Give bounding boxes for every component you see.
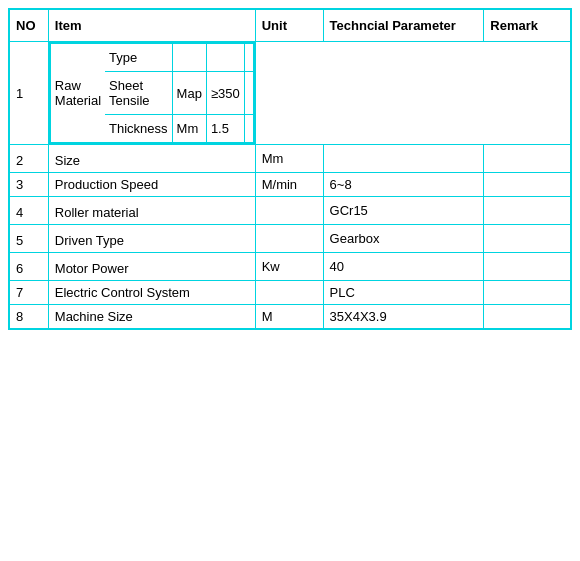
row-item: Machine Size xyxy=(48,305,255,330)
sub-row-tensile-label: Sheet Tensile xyxy=(105,72,172,115)
sub-row-tensile-unit: Map xyxy=(172,72,206,115)
row-param: GCr15 xyxy=(323,197,484,225)
table-row: 7 Electric Control System PLC xyxy=(9,281,571,305)
row-no: 4 xyxy=(9,197,48,225)
row-param: 6~8 xyxy=(323,173,484,197)
row-item: Motor Power xyxy=(48,253,255,281)
header-unit: Unit xyxy=(255,9,323,42)
row-unit xyxy=(255,197,323,225)
raw-material-label: Raw Material xyxy=(50,43,105,143)
row-param: 35X4X3.9 xyxy=(323,305,484,330)
header-remark: Remark xyxy=(484,9,571,42)
row-item: Raw Material Type Sheet Tensile Map ≥350 xyxy=(48,42,255,145)
row-no: 5 xyxy=(9,225,48,253)
row-unit: Kw xyxy=(255,253,323,281)
row-remark xyxy=(484,145,571,173)
row-param: PLC xyxy=(323,281,484,305)
row-item: Roller material xyxy=(48,197,255,225)
row-unit xyxy=(255,225,323,253)
sub-row-type-remark xyxy=(244,43,254,72)
row-no: 1 xyxy=(9,42,48,145)
header-item: Item xyxy=(48,9,255,42)
sub-row-type-label: Type xyxy=(105,43,172,72)
row-unit: M/min xyxy=(255,173,323,197)
row-no: 6 xyxy=(9,253,48,281)
sub-row-tensile-param: ≥350 xyxy=(206,72,244,115)
sub-row-thickness-label: Thickness xyxy=(105,115,172,144)
table-row: 8 Machine Size M 35X4X3.9 xyxy=(9,305,571,330)
table-row: 5 Driven Type Gearbox xyxy=(9,225,571,253)
sub-row-thickness-unit: Mm xyxy=(172,115,206,144)
row-remark xyxy=(484,197,571,225)
row-remark xyxy=(484,253,571,281)
sub-row-tensile-remark xyxy=(244,72,254,115)
table-row: 4 Roller material GCr15 xyxy=(9,197,571,225)
table-row: 3 Production Speed M/min 6~8 xyxy=(9,173,571,197)
row-item: Electric Control System xyxy=(48,281,255,305)
table-row: 1 Raw Material Type Sheet Tensile Ma xyxy=(9,42,571,145)
row-no: 7 xyxy=(9,281,48,305)
row-remark xyxy=(484,173,571,197)
sub-row-type-param xyxy=(206,43,244,72)
row-remark xyxy=(484,225,571,253)
row-param: 40 xyxy=(323,253,484,281)
table-row: 2 Size Mm xyxy=(9,145,571,173)
row-remark xyxy=(484,305,571,330)
row-item: Size xyxy=(48,145,255,173)
row-unit: Mm xyxy=(255,145,323,173)
row-item: Production Speed xyxy=(48,173,255,197)
header-no: NO xyxy=(9,9,48,42)
sub-row-type-unit xyxy=(172,43,206,72)
row-no: 2 xyxy=(9,145,48,173)
row-param xyxy=(323,145,484,173)
sub-row-thickness-param: 1.5 xyxy=(206,115,244,144)
sub-row-thickness-remark xyxy=(244,115,254,144)
row-no: 3 xyxy=(9,173,48,197)
row-remark xyxy=(484,281,571,305)
header-param: Techncial Parameter xyxy=(323,9,484,42)
row-param: Gearbox xyxy=(323,225,484,253)
row-unit xyxy=(255,281,323,305)
table-row: 6 Motor Power Kw 40 xyxy=(9,253,571,281)
row-no: 8 xyxy=(9,305,48,330)
row-item: Driven Type xyxy=(48,225,255,253)
row-unit: M xyxy=(255,305,323,330)
